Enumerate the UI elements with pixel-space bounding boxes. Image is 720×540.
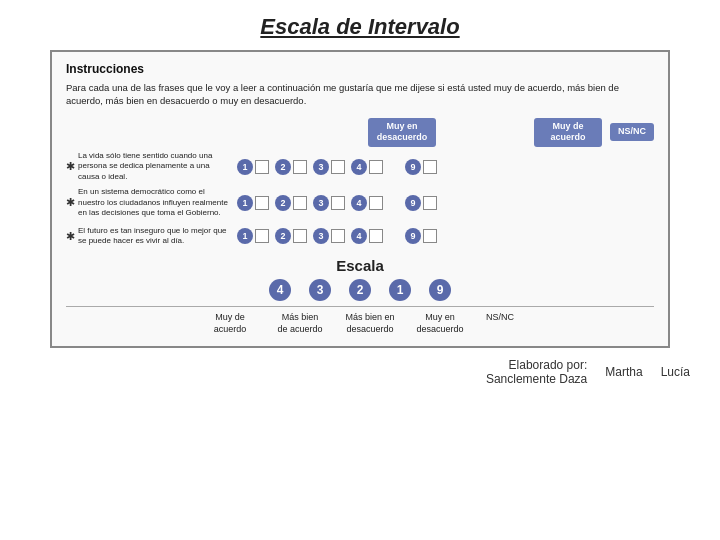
option-3-3: 3 — [313, 228, 345, 244]
escala-num-3: 3 — [309, 279, 331, 301]
option-1-1: 1 — [237, 159, 269, 175]
question-row-1: ✱ La vida sólo tiene sentido cuando una … — [66, 151, 654, 182]
option-1-4: 4 — [351, 159, 383, 175]
card: Instrucciones Para cada una de las frase… — [50, 50, 670, 348]
escala-section: Escala 4 3 2 1 9 Muy de acuerdo Más bien… — [66, 257, 654, 335]
footer-elaborado: Elaborado por: Sanclemente Daza — [486, 358, 587, 386]
star-1: ✱ — [66, 160, 75, 173]
escala-num-1: 1 — [389, 279, 411, 301]
escala-num-4: 4 — [269, 279, 291, 301]
option-2-3: 3 — [313, 195, 345, 211]
footer: Elaborado por: Sanclemente Daza Martha L… — [0, 348, 720, 386]
star-2: ✱ — [66, 196, 75, 209]
scale-label-right: Muy de acuerdo — [534, 118, 602, 147]
question-row-2: ✱ En un sistema democrático como el nues… — [66, 187, 654, 218]
option-1-2: 2 — [275, 159, 307, 175]
escala-label-1: Más bien de acuerdo — [270, 312, 330, 335]
escala-label-4: NS/NC — [480, 312, 520, 324]
escala-label-2: Más bien en desacuerdo — [340, 312, 400, 335]
option-3-9: 9 — [405, 228, 437, 244]
escala-numbers-row: 4 3 2 1 9 — [66, 279, 654, 301]
option-3-4: 4 — [351, 228, 383, 244]
option-2-4: 4 — [351, 195, 383, 211]
option-3-2: 2 — [275, 228, 307, 244]
instructions-text: Para cada una de las frases que le voy a… — [66, 81, 654, 108]
footer-author2: Lucía — [661, 365, 690, 379]
scale-header: Muy en desacuerdo Muy de acuerdo NS/NC — [66, 118, 654, 147]
escala-label-3: Muy en desacuerdo — [410, 312, 470, 335]
scale-label-left: Muy en desacuerdo — [368, 118, 436, 147]
options-row-1: 1 2 3 4 9 — [237, 159, 437, 175]
option-1-3: 3 — [313, 159, 345, 175]
escala-labels-row: Muy de acuerdo Más bien de acuerdo Más b… — [66, 312, 654, 335]
q-text-3: El futuro es tan inseguro que lo mejor q… — [78, 226, 233, 247]
option-2-2: 2 — [275, 195, 307, 211]
instructions-title: Instrucciones — [66, 62, 654, 76]
escala-num-9: 9 — [429, 279, 451, 301]
options-row-3: 1 2 3 4 9 — [237, 228, 437, 244]
footer-right: Elaborado por: Sanclemente Daza Martha L… — [486, 358, 690, 386]
option-1-9: 9 — [405, 159, 437, 175]
option-2-9: 9 — [405, 195, 437, 211]
star-3: ✱ — [66, 230, 75, 243]
page-title: Escala de Intervalo — [0, 0, 720, 50]
scale-ns-label: NS/NC — [610, 123, 654, 141]
q-text-2: En un sistema democrático como el nuestr… — [78, 187, 233, 218]
escala-label-0: Muy de acuerdo — [200, 312, 260, 335]
question-row-3: ✱ El futuro es tan inseguro que lo mejor… — [66, 223, 654, 249]
options-row-2: 1 2 3 4 9 — [237, 195, 437, 211]
option-2-1: 1 — [237, 195, 269, 211]
option-3-1: 1 — [237, 228, 269, 244]
q-text-1: La vida sólo tiene sentido cuando una pe… — [78, 151, 233, 182]
escala-num-2: 2 — [349, 279, 371, 301]
escala-title: Escala — [66, 257, 654, 274]
questions-list: ✱ La vida sólo tiene sentido cuando una … — [66, 151, 654, 249]
footer-author1: Martha — [605, 365, 642, 379]
